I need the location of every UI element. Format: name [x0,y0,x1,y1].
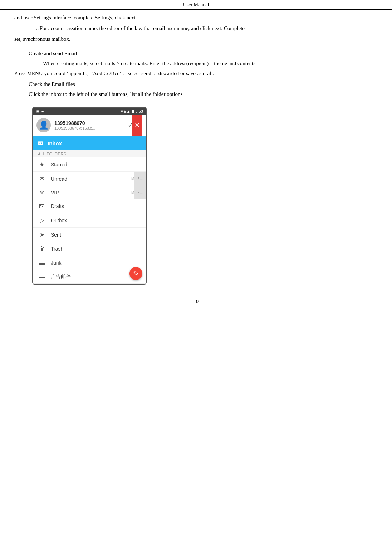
folder-outbox-label: Outbox [51,218,141,223]
trash-icon: 🗑 [38,246,46,252]
folder-unread-label: Unread [51,176,141,182]
vip-icon: ♛ [38,190,46,195]
folder-outbox[interactable]: ▷ Outbox [33,213,146,228]
inbox-label: Inbox [48,140,62,146]
folder-sent[interactable]: ➤ Sent [33,228,146,242]
page-footer: 10 [0,292,392,308]
paragraph-3: Press MENU you could ‘append’、‘Add Cc/Bc… [14,69,378,78]
folder-starred-label: Starred [51,162,141,168]
folder-starred[interactable]: ★ Starred [33,157,146,172]
account-header[interactable]: 👤 13951988670 13951988670@163.c... ✓ ✕ [33,115,146,136]
folder-drafts[interactable]: 🖂 Drafts [33,199,146,213]
clock: 8:53 [136,109,143,113]
compose-fab-button[interactable]: ✎ [129,267,142,280]
notification-icons: ▣ ☁ [36,109,44,113]
phone-mockup-container: ▣ ☁ ▼E▲ ▮ 8:53 👤 13951988670 13951988670… [32,107,147,285]
status-bar-right: ▼E▲ ▮ 8:53 [120,109,143,113]
all-folders-label: ALL FOLDERS [33,150,146,157]
junk-icon: ▬ [38,259,46,266]
page-number: 10 [193,299,199,304]
star-icon: ★ [38,161,46,168]
battery-icon: ▮ [132,109,134,113]
folder-drafts-label: Drafts [51,203,141,209]
section-create-email-body: When creating mails, select mails > crea… [14,59,378,68]
folder-vip[interactable]: ♛ VIP Mar 17 5... [33,186,146,199]
paragraph-2-indent: c.For account creation name, the editor … [14,24,378,33]
folder-junk-label: Junk [51,260,141,266]
page-title: User Manual [183,2,209,8]
section-check-email-body: Click the inbox to the left of the small… [14,90,378,98]
page-header: User Manual [0,0,392,10]
ads-icon: ▬ [38,273,46,280]
phone-mockup: ▣ ☁ ▼E▲ ▮ 8:53 👤 13951988670 13951988670… [32,107,147,285]
folder-vip-label: VIP [51,190,141,195]
sent-icon: ➤ [38,231,46,238]
folder-trash-label: Trash [51,246,141,252]
outbox-icon: ▷ [38,217,46,224]
folder-trash[interactable]: 🗑 Trash [33,242,146,256]
paragraph-1: and user Settings interface, complete Se… [14,13,378,22]
section-create-email-title: Create and send Email [14,49,378,58]
inbox-icon: ✉ [38,140,43,147]
close-button[interactable]: ✕ [132,115,142,136]
drafts-icon: 🖂 [38,203,46,209]
inbox-item[interactable]: ✉ Inbox [33,136,146,150]
folder-junk[interactable]: ▬ Junk [33,256,146,270]
status-bar: ▣ ☁ ▼E▲ ▮ 8:53 [33,108,146,115]
folder-unread[interactable]: ✉ Unread Mar 17 6... [33,172,146,186]
avatar: 👤 [36,118,51,132]
unread-icon: ✉ [38,175,46,182]
status-bar-left: ▣ ☁ [36,109,44,113]
folder-sent-label: Sent [51,232,141,238]
folder-ads[interactable]: ▬ 广告邮件 ✎ [33,270,146,284]
signal-icon: ▼E▲ [120,109,130,113]
paragraph-2-cont: set, synchronous mailbox. [14,35,378,43]
section-check-email-title: Check the Email files [14,80,378,88]
folder-ads-label: 广告邮件 [51,273,141,280]
